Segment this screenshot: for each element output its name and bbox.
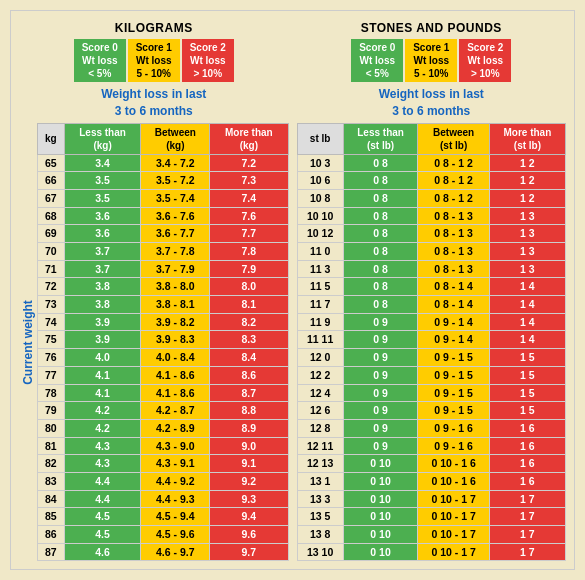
cell-stlb: 13 1 bbox=[297, 472, 343, 490]
table-row: 12 4 0 9 0 9 - 1 5 1 5 bbox=[297, 384, 566, 402]
cell-more: 9.7 bbox=[210, 543, 288, 561]
cell-less: 3.9 bbox=[64, 313, 141, 331]
table-row: 12 6 0 9 0 9 - 1 5 1 5 bbox=[297, 402, 566, 420]
cell-r-between: 0 9 - 1 5 bbox=[418, 402, 489, 420]
cell-between: 4.2 - 8.9 bbox=[141, 419, 210, 437]
cell-r-less: 0 9 bbox=[343, 331, 418, 349]
cell-less: 4.4 bbox=[64, 472, 141, 490]
cell-more: 8.2 bbox=[210, 313, 288, 331]
table-row: 73 3.8 3.8 - 8.1 8.1 bbox=[38, 296, 289, 314]
table-row: 71 3.7 3.7 - 7.9 7.9 bbox=[38, 260, 289, 278]
cell-r-less: 0 8 bbox=[343, 154, 418, 172]
cell-between: 4.0 - 8.4 bbox=[141, 349, 210, 367]
cell-between: 4.4 - 9.2 bbox=[141, 472, 210, 490]
score2-stlb-sub1: Wt loss bbox=[465, 54, 505, 67]
cell-stlb: 10 12 bbox=[297, 225, 343, 243]
table-row: 65 3.4 3.4 - 7.2 7.2 bbox=[38, 154, 289, 172]
cell-more: 9.6 bbox=[210, 526, 288, 544]
cell-kg: 73 bbox=[38, 296, 65, 314]
cell-r-less: 0 9 bbox=[343, 437, 418, 455]
cell-r-less: 0 8 bbox=[343, 207, 418, 225]
cell-r-between: 0 8 - 1 2 bbox=[418, 172, 489, 190]
cell-stlb: 11 3 bbox=[297, 260, 343, 278]
cell-between: 4.5 - 9.6 bbox=[141, 526, 210, 544]
table-row: 11 11 0 9 0 9 - 1 4 1 4 bbox=[297, 331, 566, 349]
cell-stlb: 11 9 bbox=[297, 313, 343, 331]
cell-r-less: 0 10 bbox=[343, 543, 418, 561]
score0-stlb-sub1: Wt loss bbox=[357, 54, 397, 67]
cell-more: 9.2 bbox=[210, 472, 288, 490]
cell-r-more: 1 4 bbox=[489, 331, 565, 349]
table-row: 77 4.1 4.1 - 8.6 8.6 bbox=[38, 366, 289, 384]
cell-kg: 87 bbox=[38, 543, 65, 561]
cell-r-less: 0 8 bbox=[343, 260, 418, 278]
cell-kg: 79 bbox=[38, 402, 65, 420]
cell-r-less: 0 8 bbox=[343, 296, 418, 314]
table-row: 69 3.6 3.6 - 7.7 7.7 bbox=[38, 225, 289, 243]
score1-kg-sub1: Wt loss bbox=[134, 54, 174, 67]
table-row: 86 4.5 4.5 - 9.6 9.6 bbox=[38, 526, 289, 544]
cell-less: 4.1 bbox=[64, 366, 141, 384]
sections-wrapper: KILOGRAMS Score 0 Wt loss < 5% Score 1 W… bbox=[19, 19, 566, 561]
cell-stlb: 11 5 bbox=[297, 278, 343, 296]
cell-less: 3.5 bbox=[64, 189, 141, 207]
cell-kg: 69 bbox=[38, 225, 65, 243]
cell-less: 3.7 bbox=[64, 243, 141, 261]
cell-between: 3.8 - 8.1 bbox=[141, 296, 210, 314]
score2-kg-sub2: > 10% bbox=[188, 67, 228, 80]
table-row: 10 3 0 8 0 8 - 1 2 1 2 bbox=[297, 154, 566, 172]
table-row: 12 0 0 9 0 9 - 1 5 1 5 bbox=[297, 349, 566, 367]
cell-r-less: 0 8 bbox=[343, 278, 418, 296]
table-row: 75 3.9 3.9 - 8.3 8.3 bbox=[38, 331, 289, 349]
score0-stlb-sub2: < 5% bbox=[357, 67, 397, 80]
col-header-more-stlb: More than(st lb) bbox=[489, 123, 565, 154]
table-row: 79 4.2 4.2 - 8.7 8.8 bbox=[38, 402, 289, 420]
table-row: 10 8 0 8 0 8 - 1 2 1 2 bbox=[297, 189, 566, 207]
cell-r-more: 1 5 bbox=[489, 366, 565, 384]
cell-stlb: 12 6 bbox=[297, 402, 343, 420]
cell-stlb: 13 3 bbox=[297, 490, 343, 508]
cell-more: 7.4 bbox=[210, 189, 288, 207]
cell-kg: 84 bbox=[38, 490, 65, 508]
cell-less: 4.2 bbox=[64, 402, 141, 420]
kg-subtitle: Weight loss in last3 to 6 months bbox=[19, 86, 289, 120]
cell-kg: 66 bbox=[38, 172, 65, 190]
cell-r-less: 0 8 bbox=[343, 189, 418, 207]
cell-r-less: 0 8 bbox=[343, 243, 418, 261]
cell-r-less: 0 8 bbox=[343, 172, 418, 190]
cell-r-between: 0 10 - 1 7 bbox=[418, 543, 489, 561]
cell-more: 7.2 bbox=[210, 154, 288, 172]
score0-kg: Score 0 Wt loss < 5% bbox=[74, 39, 126, 82]
col-header-kg: kg bbox=[38, 123, 65, 154]
cell-stlb: 10 8 bbox=[297, 189, 343, 207]
score1-stlb: Score 1 Wt loss 5 - 10% bbox=[405, 39, 457, 82]
current-weight-label-left: Current weight bbox=[19, 123, 37, 562]
table-row: 80 4.2 4.2 - 8.9 8.9 bbox=[38, 419, 289, 437]
cell-kg: 85 bbox=[38, 508, 65, 526]
table-row: 76 4.0 4.0 - 8.4 8.4 bbox=[38, 349, 289, 367]
cell-r-less: 0 8 bbox=[343, 225, 418, 243]
cell-r-less: 0 9 bbox=[343, 384, 418, 402]
cell-kg: 80 bbox=[38, 419, 65, 437]
table-row: 10 6 0 8 0 8 - 1 2 1 2 bbox=[297, 172, 566, 190]
score1-kg: Score 1 Wt loss 5 - 10% bbox=[128, 39, 180, 82]
cell-r-more: 1 5 bbox=[489, 402, 565, 420]
cell-less: 3.5 bbox=[64, 172, 141, 190]
table-row: 13 3 0 10 0 10 - 1 7 1 7 bbox=[297, 490, 566, 508]
cell-r-less: 0 9 bbox=[343, 366, 418, 384]
kg-score-row: Score 0 Wt loss < 5% Score 1 Wt loss 5 -… bbox=[19, 39, 289, 82]
table-row: 12 8 0 9 0 9 - 1 6 1 6 bbox=[297, 419, 566, 437]
cell-r-more: 1 2 bbox=[489, 189, 565, 207]
cell-r-more: 1 4 bbox=[489, 313, 565, 331]
cell-more: 9.4 bbox=[210, 508, 288, 526]
cell-stlb: 12 4 bbox=[297, 384, 343, 402]
cell-less: 4.4 bbox=[64, 490, 141, 508]
cell-stlb: 10 3 bbox=[297, 154, 343, 172]
cell-stlb: 10 6 bbox=[297, 172, 343, 190]
table-row: 13 8 0 10 0 10 - 1 7 1 7 bbox=[297, 526, 566, 544]
stlb-section: STONES AND POUNDS Score 0 Wt loss < 5% S… bbox=[297, 19, 567, 561]
table-row: 13 1 0 10 0 10 - 1 6 1 6 bbox=[297, 472, 566, 490]
cell-r-between: 0 10 - 1 7 bbox=[418, 526, 489, 544]
table-row: 10 12 0 8 0 8 - 1 3 1 3 bbox=[297, 225, 566, 243]
cell-r-between: 0 8 - 1 2 bbox=[418, 154, 489, 172]
